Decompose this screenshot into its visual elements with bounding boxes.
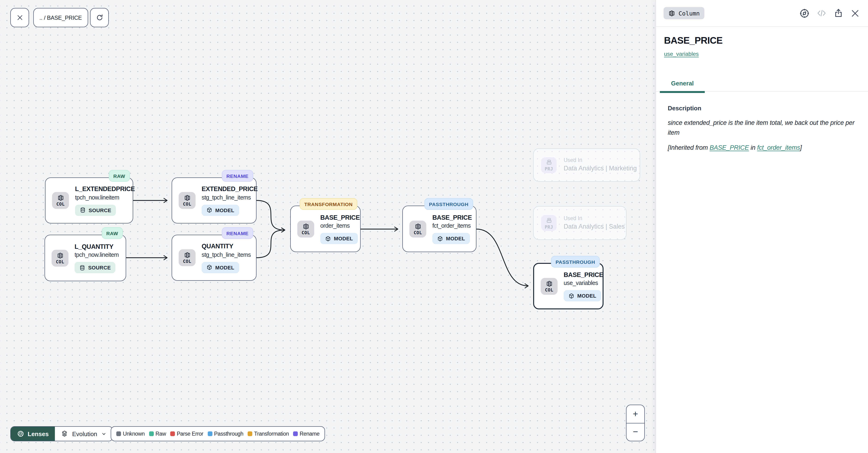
close-lineage-button[interactable] bbox=[10, 8, 29, 27]
tab-general[interactable]: General bbox=[660, 76, 705, 91]
refresh-button[interactable] bbox=[90, 8, 109, 27]
column-chip: COL bbox=[297, 220, 314, 237]
lens-select-dropdown[interactable]: Evolution bbox=[55, 427, 113, 441]
layers-icon bbox=[61, 430, 68, 438]
node-subtitle: stg_tpch_line_items bbox=[202, 250, 251, 259]
legend-label: Passthrough bbox=[214, 431, 243, 436]
legend-label: Parse Error bbox=[177, 431, 203, 436]
chip-label: COL bbox=[545, 288, 553, 292]
edge-extendedprice-baseprice bbox=[256, 200, 285, 230]
zoom-out-button[interactable]: − bbox=[626, 423, 644, 441]
edge-quantity-baseprice bbox=[256, 230, 285, 258]
node-subtitle: order_items bbox=[320, 222, 349, 230]
cube-icon bbox=[325, 236, 331, 242]
used-in-label: Used In bbox=[564, 215, 582, 222]
compass-icon bbox=[799, 8, 810, 19]
close-panel-button[interactable] bbox=[850, 8, 861, 19]
lens-badge: TRANSFORMATION bbox=[300, 198, 357, 210]
used-in-node-marketing[interactable]: PRJ Used In Data Analytics | Marketing bbox=[533, 148, 640, 182]
inherited-column-link[interactable]: BASE_PRICE bbox=[710, 144, 749, 151]
lenses-control: Lenses Evolution bbox=[10, 426, 113, 441]
legend-swatch bbox=[248, 431, 252, 436]
chevron-down-icon bbox=[101, 431, 107, 437]
node-title: BASE_PRICE bbox=[564, 271, 603, 279]
cube-icon bbox=[206, 207, 212, 214]
lenses-label: Lenses bbox=[28, 430, 49, 437]
column-chip: COL bbox=[179, 249, 195, 266]
column-chip: COL bbox=[52, 192, 69, 209]
node-subtitle: fct_order_items bbox=[432, 222, 471, 230]
chip-label: PRJ bbox=[545, 225, 553, 229]
panel-subtitle: use_variables bbox=[664, 51, 861, 57]
description-inherited: [Inherited from BASE_PRICE in fct_order_… bbox=[668, 144, 860, 151]
column-node-extended-price[interactable]: RENAME COL EXTENDED_PRICE stg_tpch_line_… bbox=[172, 177, 256, 223]
database-icon bbox=[79, 265, 85, 271]
columns-icon bbox=[184, 252, 191, 259]
node-kind-label: MODEL bbox=[215, 265, 234, 271]
column-node-base-price-order-items[interactable]: TRANSFORMATION COL BASE_PRICE order_item… bbox=[290, 206, 361, 252]
zoom-in-button[interactable]: + bbox=[626, 405, 644, 423]
panel-title: BASE_PRICE bbox=[664, 35, 861, 47]
lens-legend: Unknown Raw Parse Error Passthrough Tran… bbox=[111, 426, 325, 441]
description-label: Description bbox=[668, 105, 860, 112]
legend-item-parse-error: Parse Error bbox=[170, 431, 203, 436]
view-code-button[interactable] bbox=[816, 8, 827, 19]
column-node-base-price-use-variables[interactable]: PASSTHROUGH COL BASE_PRICE use_variables… bbox=[533, 263, 603, 309]
column-chip: COL bbox=[541, 278, 558, 294]
edge-fct-usevariables bbox=[476, 229, 528, 286]
legend-item-rename: Rename bbox=[293, 431, 319, 436]
share-button[interactable] bbox=[833, 8, 844, 19]
lens-badge: PASSTHROUGH bbox=[551, 256, 600, 267]
legend-label: Unknown bbox=[123, 431, 145, 436]
inherited-model-link[interactable]: fct_order_items bbox=[757, 144, 800, 151]
code-icon bbox=[816, 8, 827, 18]
node-kind-pill: MODEL bbox=[202, 262, 239, 273]
node-kind-pill: MODEL bbox=[202, 205, 239, 216]
columns-icon bbox=[302, 223, 309, 230]
used-in-node-sales[interactable]: PRJ Used In Data Analytics | Sales bbox=[533, 206, 626, 240]
node-kind-label: SOURCE bbox=[89, 207, 112, 213]
inherited-mid: in bbox=[749, 144, 757, 151]
node-title: L_QUANTITY bbox=[74, 243, 114, 251]
explore-compass-button[interactable] bbox=[799, 8, 810, 19]
project-chip: PRJ bbox=[541, 215, 557, 231]
inherited-prefix: [Inherited from bbox=[668, 144, 710, 151]
node-kind-pill: MODEL bbox=[320, 233, 358, 244]
node-title: BASE_PRICE bbox=[432, 214, 472, 222]
description-text: since extended_price is the line item to… bbox=[668, 118, 860, 138]
column-node-l-extendedprice[interactable]: RAW COL L_EXTENDEDPRICE tpch_now.lineite… bbox=[45, 177, 133, 223]
legend-item-passthrough: Passthrough bbox=[208, 431, 243, 436]
lens-badge: RENAME bbox=[222, 170, 253, 182]
chip-label: COL bbox=[302, 230, 310, 235]
chip-label: COL bbox=[56, 260, 64, 264]
chip-label: PRJ bbox=[545, 167, 553, 171]
column-chip: COL bbox=[52, 250, 68, 266]
lens-badge: RAW bbox=[101, 227, 123, 239]
node-subtitle: stg_tpch_line_items bbox=[202, 193, 251, 202]
column-node-base-price-fct-order-items[interactable]: PASSTHROUGH COL BASE_PRICE fct_order_ite… bbox=[402, 206, 476, 252]
close-icon bbox=[16, 14, 23, 21]
model-link[interactable]: use_variables bbox=[664, 51, 699, 57]
legend-item-raw: Raw bbox=[149, 431, 166, 436]
column-node-quantity[interactable]: RENAME COL QUANTITY stg_tpch_line_items … bbox=[172, 235, 256, 281]
breadcrumb-label: .. / BASE_PRICE bbox=[39, 14, 82, 21]
lenses-button[interactable]: Lenses bbox=[11, 427, 55, 441]
node-kind-label: MODEL bbox=[215, 207, 234, 213]
legend-item-transformation: Transformation bbox=[248, 431, 289, 436]
database-icon bbox=[80, 207, 86, 214]
share-export-icon bbox=[833, 8, 843, 18]
column-chip: COL bbox=[409, 220, 426, 237]
legend-item-unknown: Unknown bbox=[116, 431, 145, 436]
legend-label: Rename bbox=[300, 431, 319, 436]
project-icon bbox=[545, 217, 553, 224]
node-title: BASE_PRICE bbox=[320, 214, 360, 222]
column-chip: COL bbox=[179, 192, 195, 209]
used-in-name: Data Analytics | Marketing bbox=[564, 164, 637, 174]
breadcrumb[interactable]: .. / BASE_PRICE bbox=[33, 8, 88, 27]
node-title: QUANTITY bbox=[202, 242, 233, 250]
node-kind-pill: SOURCE bbox=[75, 205, 116, 216]
column-node-l-quantity[interactable]: RAW COL L_QUANTITY tpch_now.lineitem SOU… bbox=[44, 235, 126, 281]
node-kind-pill: MODEL bbox=[564, 290, 601, 302]
description-section: Description since extended_price is the … bbox=[656, 91, 868, 151]
panel-tabs: General bbox=[656, 76, 868, 91]
